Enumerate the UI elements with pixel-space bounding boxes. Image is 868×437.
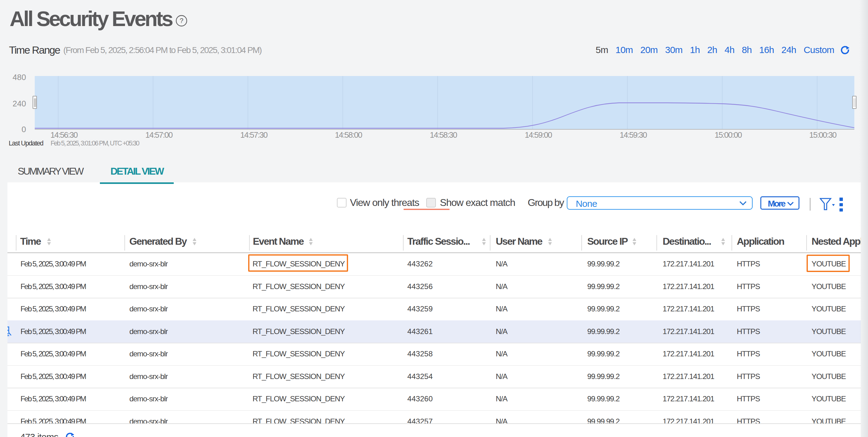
svg-text:?: ? xyxy=(180,17,183,25)
